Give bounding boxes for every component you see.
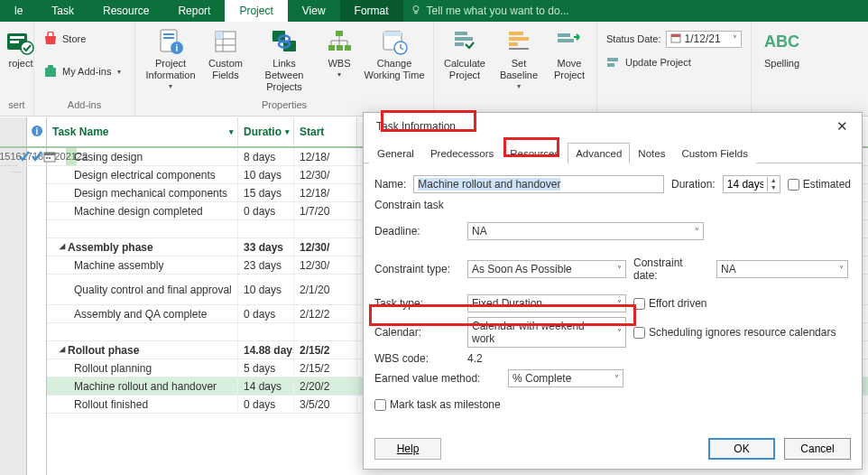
duration-spinner[interactable]: ▲▼: [723, 175, 780, 193]
evm-select[interactable]: % Complete: [508, 369, 623, 387]
update-project-button[interactable]: Update Project: [603, 52, 695, 72]
calendar-clock-icon: [380, 27, 409, 56]
effort-driven-checkbox[interactable]: Effort driven: [633, 297, 706, 310]
cdate-label: Constraint date:: [633, 256, 709, 282]
svg-rect-29: [455, 32, 467, 35]
ttype-label: Task type:: [374, 297, 460, 310]
indicator-column: i: [27, 117, 47, 475]
task-type-select[interactable]: Fixed Duration: [467, 294, 626, 312]
calendar-label: Calendar:: [374, 326, 460, 339]
project-icon: [6, 27, 35, 56]
estimated-checkbox[interactable]: Estimated: [788, 178, 851, 191]
ok-button[interactable]: OK: [708, 438, 775, 460]
update-label: Update Project: [625, 57, 691, 68]
tab-resources[interactable]: Resources: [502, 143, 568, 163]
svg-rect-41: [607, 63, 614, 67]
svg-rect-4: [10, 41, 19, 43]
info-icon: i: [156, 27, 185, 56]
close-button[interactable]: ✕: [829, 116, 854, 137]
tab-customfields[interactable]: Custom Fields: [673, 143, 756, 163]
svg-rect-40: [607, 58, 618, 61]
col-start[interactable]: Start: [294, 117, 357, 146]
tell-me[interactable]: Tell me what you want to do...: [403, 0, 577, 22]
baseline-icon: [504, 27, 533, 56]
move-icon: [555, 27, 584, 56]
svg-rect-23: [328, 45, 335, 51]
calendar-select[interactable]: Calendar with weekend work: [467, 317, 626, 348]
subproject-button[interactable]: roject: [5, 25, 36, 70]
evm-label: Earned value method:: [374, 372, 501, 385]
svg-text:i: i: [176, 43, 179, 53]
menu-tab-task[interactable]: Task: [37, 0, 88, 22]
tell-me-label: Tell me what you want to do...: [427, 5, 569, 17]
help-button[interactable]: Help: [374, 438, 441, 460]
deadline-label: Deadline:: [374, 225, 460, 238]
update-icon: [606, 55, 621, 70]
svg-rect-9: [163, 33, 174, 35]
menu-tab-format[interactable]: Format: [340, 0, 403, 22]
wbs-button[interactable]: WBS ▾: [321, 25, 357, 79]
chevron-down-icon: ▾: [337, 70, 341, 79]
spelling-button[interactable]: ABC Spelling: [757, 25, 808, 70]
col-taskname[interactable]: Task Name▾: [47, 117, 238, 146]
links-between-projects-button[interactable]: Links Between Projects: [251, 25, 318, 93]
tab-predecessors[interactable]: Predecessors: [422, 143, 502, 163]
svg-rect-6: [45, 68, 56, 77]
move-label: Move Project: [554, 58, 585, 81]
constraint-date-select[interactable]: NA: [716, 260, 848, 278]
my-addins-label: My Add-ins: [62, 66, 111, 77]
info-icon: i: [31, 125, 43, 140]
spin-down-icon[interactable]: ▼: [768, 184, 780, 191]
svg-point-0: [413, 5, 419, 11]
baseline-label: Set Baseline: [500, 58, 538, 81]
milestone-checkbox[interactable]: Mark task as milestone: [374, 398, 501, 411]
calendar-icon: [670, 33, 681, 46]
status-date-value: 1/12/21: [685, 33, 721, 45]
menu-tab-report[interactable]: Report: [163, 0, 225, 22]
task-information-dialog: Task Information ✕ General Predecessors …: [363, 112, 863, 470]
group-insert-label: sert: [5, 99, 28, 116]
projinfo-label: Project Information: [145, 58, 195, 81]
menu-tab-resource[interactable]: Resource: [88, 0, 163, 22]
menu-tab-project[interactable]: Project: [225, 0, 287, 22]
svg-rect-24: [337, 45, 343, 51]
custom-fields-icon: [211, 27, 240, 56]
ribbon: roject sert Store My Add-ins ▾ Add-ins i…: [0, 22, 868, 116]
change-working-time-button[interactable]: Change Working Time: [361, 25, 428, 81]
project-information-button[interactable]: i Project Information ▾: [141, 25, 200, 90]
constraint-type-select[interactable]: As Soon As Possible: [467, 260, 626, 278]
links-label: Links Between Projects: [253, 58, 316, 93]
tab-notes[interactable]: Notes: [630, 143, 673, 163]
svg-rect-25: [345, 45, 351, 51]
svg-rect-31: [455, 42, 464, 46]
menu-tab-view[interactable]: View: [288, 0, 340, 22]
tab-advanced[interactable]: Advanced: [568, 143, 630, 163]
svg-rect-33: [509, 37, 529, 41]
tab-general[interactable]: General: [369, 143, 422, 163]
wbs-label: WBS: [328, 58, 350, 70]
move-project-button[interactable]: Move Project: [548, 25, 591, 81]
menu-tab-file[interactable]: le: [0, 0, 37, 22]
svg-rect-35: [509, 48, 529, 50]
calculate-project-button[interactable]: Calculate Project: [439, 25, 490, 81]
chevron-down-icon: ▾: [169, 82, 172, 90]
spin-up-icon[interactable]: ▲: [768, 177, 780, 184]
store-label: Store: [62, 33, 86, 44]
lightbulb-icon: [411, 5, 421, 18]
status-date-field[interactable]: Status Date: 1/12/21: [603, 29, 745, 49]
store-button[interactable]: Store: [40, 29, 89, 49]
duration-input[interactable]: [724, 176, 767, 192]
col-duration[interactable]: Duratio▾: [238, 117, 294, 146]
task-name-input[interactable]: Machine rollout and handover: [413, 175, 664, 193]
cancel-button[interactable]: Cancel: [784, 438, 851, 460]
svg-rect-32: [509, 32, 523, 35]
set-baseline-button[interactable]: Set Baseline ▾: [494, 25, 544, 90]
custom-fields-button[interactable]: Custom Fields: [204, 25, 247, 81]
deadline-select[interactable]: NA: [467, 222, 704, 240]
wbs-icon: [325, 27, 354, 56]
subproject-label: roject: [9, 58, 33, 70]
my-addins-button[interactable]: My Add-ins ▾: [40, 61, 125, 81]
chevron-down-icon: ▾: [517, 82, 521, 90]
scheduling-ignores-checkbox[interactable]: Scheduling ignores resource calendars: [633, 326, 836, 339]
status-date-label: Status Date:: [606, 33, 661, 44]
